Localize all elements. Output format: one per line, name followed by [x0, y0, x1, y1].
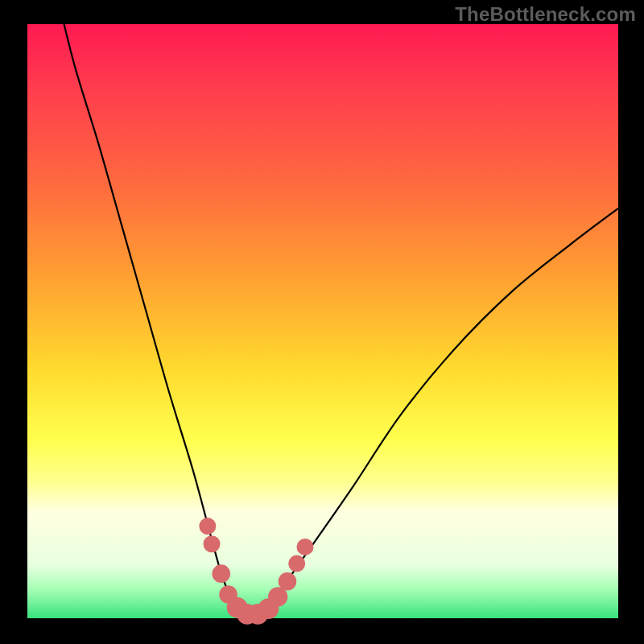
curve-marker — [204, 535, 221, 552]
curve-marker — [199, 518, 216, 535]
curve-marker — [212, 564, 230, 583]
bottleneck-curve — [57, 0, 618, 616]
curve-marker — [279, 572, 297, 591]
curve-marker — [288, 555, 305, 572]
curve-marker — [296, 539, 313, 555]
curve-markers — [199, 518, 313, 625]
watermark-text: TheBottleneck.com — [455, 3, 636, 26]
plot-area — [27, 24, 618, 618]
bottleneck-curve-svg — [27, 24, 618, 618]
chart-frame: TheBottleneck.com — [0, 0, 644, 644]
